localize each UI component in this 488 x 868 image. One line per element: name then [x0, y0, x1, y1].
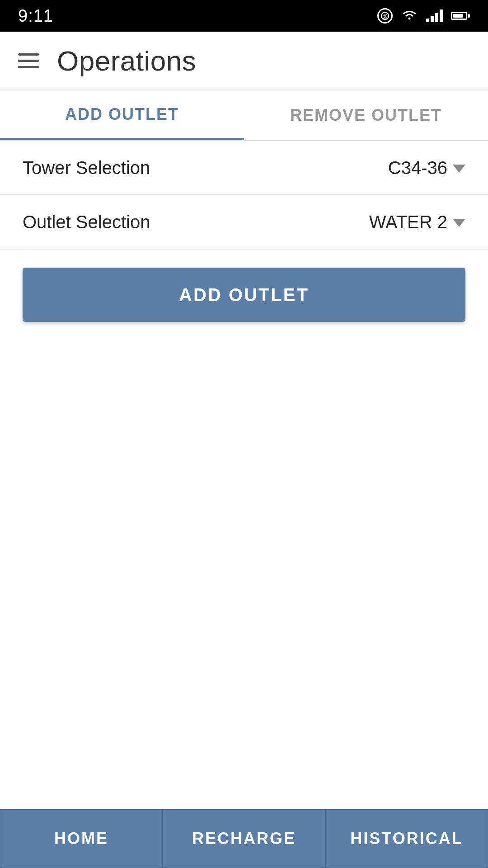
outlet-selection-dropdown[interactable]: WATER 2 — [369, 212, 465, 232]
tower-selection-row[interactable]: Tower Selection C34-36 — [0, 141, 488, 195]
tower-dropdown-arrow-icon — [453, 165, 465, 173]
status-bar: 9:11 @ — [0, 0, 488, 32]
tower-selection-label: Tower Selection — [23, 158, 150, 178]
nav-recharge-label: RECHARGE — [192, 829, 296, 848]
outlet-dropdown-arrow-icon — [453, 219, 465, 227]
nav-historical-button[interactable]: HISTORICAL — [325, 809, 488, 868]
status-icons: @ — [377, 8, 470, 24]
outlet-selection-row[interactable]: Outlet Selection WATER 2 — [0, 195, 488, 250]
nav-home-label: HOME — [54, 829, 108, 848]
tower-selection-value: C34-36 — [388, 158, 447, 178]
svg-text:@: @ — [382, 13, 388, 19]
content-spacer — [0, 340, 488, 809]
status-time: 9:11 — [18, 6, 53, 26]
menu-button[interactable] — [18, 53, 39, 68]
nav-home-button[interactable]: HOME — [0, 809, 163, 868]
app-bar: Operations — [0, 32, 488, 90]
nav-historical-label: HISTORICAL — [350, 829, 463, 848]
tower-selection-dropdown[interactable]: C34-36 — [388, 158, 465, 178]
nav-recharge-button[interactable]: RECHARGE — [163, 809, 325, 868]
tab-remove-outlet[interactable]: REMOVE OUTLET — [244, 90, 488, 140]
battery-icon — [451, 12, 470, 20]
signal-icon — [426, 9, 443, 22]
notification-icon: @ — [377, 8, 393, 24]
tab-add-outlet[interactable]: ADD OUTLET — [0, 90, 244, 140]
add-outlet-button[interactable]: ADD OUTLET — [23, 268, 465, 322]
add-outlet-button-label: ADD OUTLET — [179, 285, 309, 305]
outlet-selection-value: WATER 2 — [369, 212, 447, 232]
bottom-nav: HOME RECHARGE HISTORICAL — [0, 809, 488, 868]
page-title: Operations — [57, 45, 196, 77]
outlet-selection-label: Outlet Selection — [23, 212, 150, 232]
tabs-container: ADD OUTLET REMOVE OUTLET — [0, 90, 488, 141]
wifi-icon — [401, 9, 418, 23]
main-content: Tower Selection C34-36 Outlet Selection … — [0, 141, 488, 809]
